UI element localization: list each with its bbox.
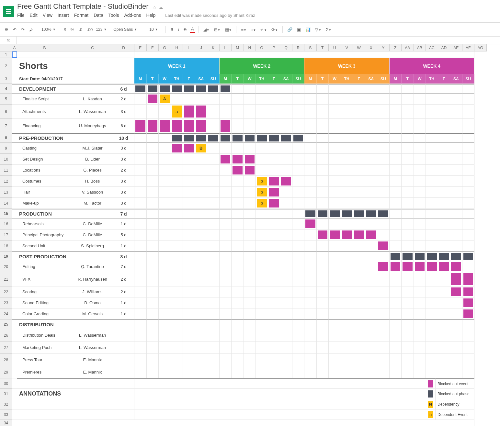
gantt-cell[interactable] (268, 154, 280, 165)
gantt-cell[interactable] (414, 319, 426, 329)
bold-icon[interactable]: B (169, 26, 175, 33)
gantt-cell[interactable] (232, 105, 244, 119)
gantt-cell[interactable] (134, 143, 147, 154)
row-header[interactable]: 13 (0, 187, 12, 198)
gantt-cell[interactable] (426, 308, 438, 319)
gantt-cell[interactable] (280, 297, 292, 308)
gantt-cell[interactable] (390, 342, 402, 354)
gantt-cell[interactable] (207, 297, 220, 308)
gantt-cell[interactable] (171, 176, 183, 187)
gantt-cell[interactable] (377, 366, 390, 378)
gantt-cell[interactable] (147, 119, 159, 133)
gantt-cell[interactable] (438, 319, 450, 329)
comment-icon[interactable]: ▣ (296, 26, 302, 33)
gantt-cell[interactable] (268, 241, 280, 252)
task-person[interactable]: M.J. Slater (72, 143, 113, 154)
gantt-cell[interactable] (353, 105, 365, 119)
gantt-cell[interactable] (462, 94, 475, 105)
gantt-cell[interactable] (414, 143, 426, 154)
gantt-cell[interactable] (414, 329, 426, 342)
gantt-cell[interactable] (426, 143, 438, 154)
gantt-cell[interactable]: A (159, 94, 171, 105)
col-AA[interactable]: AA (402, 44, 414, 51)
gantt-cell[interactable] (256, 84, 268, 94)
gantt-cell[interactable] (244, 209, 256, 218)
gantt-cell[interactable] (268, 187, 280, 198)
gantt-cell[interactable] (402, 84, 414, 94)
gantt-cell[interactable] (341, 230, 353, 241)
gantt-cell[interactable] (353, 354, 365, 366)
gantt-cell[interactable] (183, 261, 195, 272)
gantt-cell[interactable] (159, 176, 171, 187)
gantt-cell[interactable] (353, 133, 365, 143)
row-header[interactable]: 6 (0, 105, 12, 119)
gantt-cell[interactable] (159, 329, 171, 342)
gantt-cell[interactable] (207, 218, 220, 230)
gantt-cell[interactable] (426, 366, 438, 378)
gantt-cell[interactable] (134, 165, 147, 176)
gantt-cell[interactable] (341, 84, 353, 94)
gantt-cell[interactable] (207, 319, 220, 329)
gantt-cell[interactable] (280, 119, 292, 133)
gantt-cell[interactable] (304, 252, 317, 261)
gantt-cell[interactable] (402, 143, 414, 154)
gantt-cell[interactable] (450, 366, 462, 378)
gantt-cell[interactable] (183, 154, 195, 165)
gantt-cell[interactable] (292, 187, 305, 198)
task-dur[interactable]: 1 d (113, 297, 134, 308)
gantt-cell[interactable] (390, 105, 402, 119)
gantt-cell[interactable] (207, 133, 220, 143)
gantt-cell[interactable] (292, 133, 305, 143)
gantt-cell[interactable] (268, 272, 280, 286)
gantt-cell[interactable] (329, 241, 341, 252)
gantt-cell[interactable] (220, 308, 232, 319)
gantt-cell[interactable] (183, 187, 195, 198)
gantt-cell[interactable] (268, 105, 280, 119)
gantt-cell[interactable] (377, 319, 390, 329)
gantt-cell[interactable] (171, 342, 183, 354)
gantt-cell[interactable] (147, 209, 159, 218)
redo-icon[interactable]: ↷ (20, 26, 26, 33)
gantt-cell[interactable] (159, 84, 171, 94)
row-header[interactable]: 34 (0, 420, 12, 426)
gantt-cell[interactable] (195, 286, 208, 297)
gantt-cell[interactable] (280, 209, 292, 218)
gantt-cell[interactable] (244, 272, 256, 286)
gantt-cell[interactable] (341, 261, 353, 272)
gantt-cell[interactable] (280, 354, 292, 366)
menu-insert[interactable]: Insert (58, 13, 69, 18)
gantt-cell[interactable] (426, 272, 438, 286)
menu-edit[interactable]: Edit (30, 13, 38, 18)
col-R[interactable]: R (292, 44, 305, 51)
gantt-cell[interactable] (438, 105, 450, 119)
day-header[interactable]: M (390, 74, 402, 84)
gantt-cell[interactable] (207, 252, 220, 261)
gantt-cell[interactable] (134, 272, 147, 286)
gantt-cell[interactable] (220, 218, 232, 230)
task-person[interactable]: B. Lider (72, 154, 113, 165)
row-header[interactable]: 25 (0, 319, 12, 329)
gantt-cell[interactable] (377, 84, 390, 94)
gantt-cell[interactable] (365, 230, 378, 241)
gantt-cell[interactable] (207, 272, 220, 286)
filter-icon[interactable]: ▽▼ (314, 26, 323, 33)
gantt-cell[interactable] (317, 354, 329, 366)
gantt-cell[interactable] (183, 198, 195, 209)
gantt-cell[interactable] (183, 209, 195, 218)
gantt-cell[interactable] (402, 342, 414, 354)
gantt-cell[interactable] (220, 319, 232, 329)
gantt-cell[interactable] (414, 366, 426, 378)
gantt-cell[interactable] (134, 319, 147, 329)
gantt-cell[interactable] (390, 308, 402, 319)
gantt-cell[interactable] (450, 187, 462, 198)
gantt-cell[interactable] (462, 154, 475, 165)
gantt-cell[interactable] (450, 154, 462, 165)
gantt-cell[interactable] (220, 209, 232, 218)
gantt-cell[interactable] (462, 209, 475, 218)
col-AF[interactable]: AF (462, 44, 475, 51)
gantt-cell[interactable] (438, 84, 450, 94)
gantt-cell[interactable] (147, 342, 159, 354)
sheets-icon[interactable] (3, 6, 14, 17)
gantt-cell[interactable] (365, 342, 378, 354)
gantt-cell[interactable] (280, 366, 292, 378)
